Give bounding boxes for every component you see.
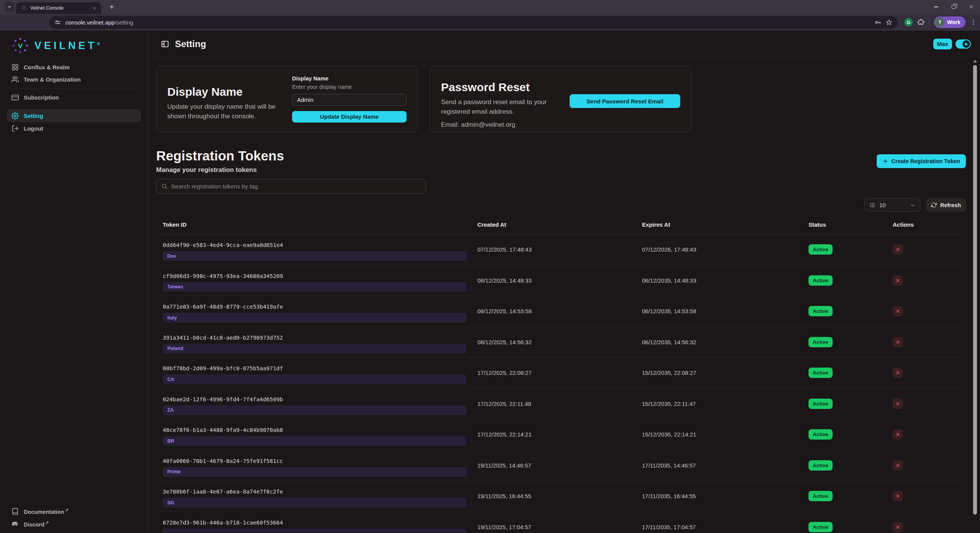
sidebar-item-subscription[interactable]: Subscription [7, 91, 141, 103]
scrollbar-thumb[interactable] [973, 65, 977, 515]
token-created-at: 17/12/2025, 22:11:48 [471, 389, 635, 419]
status-badge: Active [808, 522, 833, 532]
content-scrollbar[interactable] [973, 58, 977, 533]
registered-mark: ® [97, 41, 100, 46]
sidebar-item-label: Conflux & Realm [24, 64, 70, 70]
token-status-cell: Active [802, 419, 886, 450]
browser-profile-chip[interactable]: Y Work [934, 16, 965, 28]
delete-token-button[interactable] [893, 337, 903, 347]
app-root: VEILNET® Conflux & Realm Team & Organiza… [0, 31, 980, 533]
profile-label: Work [947, 19, 960, 25]
token-actions-cell [886, 512, 966, 533]
token-created-at: 17/12/2025, 22:14:21 [471, 419, 635, 450]
column-header-created-at: Created At [471, 221, 635, 234]
bookmark-star-icon[interactable] [886, 19, 892, 26]
plus-icon [882, 158, 889, 164]
token-id: 40fa0060-70b1-4679-8a24-75fe91f581cc [163, 458, 466, 464]
delete-token-button[interactable] [893, 460, 903, 471]
moon-icon [962, 40, 970, 48]
url-host: console.veilnet.app [65, 19, 114, 26]
book-icon [11, 508, 19, 515]
toolbar-right: G Y Work [904, 14, 977, 31]
token-search-input[interactable] [171, 183, 421, 190]
token-tag-pill: Poland [163, 344, 466, 353]
status-badge: Active [808, 337, 833, 347]
site-info-icon[interactable] [54, 19, 61, 26]
display-name-input[interactable] [292, 94, 407, 106]
browser-tab[interactable]: Veilnet Console [16, 2, 101, 14]
sidebar-link-discord[interactable]: Discord↗ [7, 518, 141, 530]
sidebar-divider [7, 88, 141, 88]
window-minimize-button[interactable] [927, 0, 945, 14]
delete-token-button[interactable] [893, 399, 903, 409]
token-id: 0a771e83-6a9f-48d9-8779-cce53b419afe [163, 303, 466, 310]
tab-search-button[interactable] [5, 2, 15, 12]
delete-token-button[interactable] [893, 429, 903, 440]
create-registration-token-label: Create Registration Token [892, 158, 960, 164]
tab-close-icon[interactable] [91, 5, 97, 11]
brand-wordmark: VEILNET® [34, 40, 100, 52]
send-password-reset-button[interactable]: Send Password Reset Email [570, 94, 680, 108]
delete-token-button[interactable] [893, 522, 903, 532]
token-tag: Italy [167, 315, 177, 320]
refresh-button[interactable]: Refresh [926, 198, 966, 212]
table-row: 8728e7d3-961b-446a-b718-1cae60f53664 19/… [156, 512, 966, 533]
sidebar-item-setting[interactable]: Setting [7, 109, 141, 122]
sidebar-divider [7, 106, 141, 106]
plan-badge[interactable]: Max [933, 39, 952, 49]
page-title: Setting [175, 39, 206, 49]
theme-toggle[interactable] [956, 39, 971, 49]
grammarly-extension-icon[interactable]: G [904, 18, 913, 26]
token-table-body: 0dd64f90-e583-4ed4-9cca-eae9a8d651e4 Dev… [156, 234, 966, 533]
display-name-card-info: Display Name Update your display name th… [167, 75, 282, 123]
create-registration-token-button[interactable]: Create Registration Token [877, 154, 966, 168]
sidebar-item-label: Subscription [24, 94, 59, 101]
sidebar-collapse-icon[interactable] [161, 40, 169, 48]
sidebar-item-team-organization[interactable]: Team & Organization [7, 73, 141, 85]
veilnet-logo-icon [11, 37, 29, 54]
token-actions-cell [886, 358, 966, 388]
sidebar-item-conflux-realm[interactable]: Conflux & Realm [7, 61, 141, 73]
password-reset-card-info: Password Reset Send a password reset ema… [441, 75, 560, 123]
avatar: Y [935, 18, 944, 27]
token-id: 48ce78f6-b1a3-4488-9fa9-4c84b9070ab8 [163, 427, 466, 433]
sidebar-item-logout[interactable]: Logout [7, 122, 141, 134]
close-icon [895, 401, 900, 406]
close-icon [895, 525, 900, 530]
password-key-icon[interactable] [875, 19, 881, 26]
delete-token-button[interactable] [893, 275, 903, 286]
token-created-at: 07/12/2025, 17:48:43 [471, 234, 635, 265]
extensions-puzzle-icon[interactable] [917, 19, 924, 26]
column-header-expires-at: Expires At [635, 221, 802, 234]
new-tab-button[interactable] [109, 4, 115, 10]
token-created-at: 19/11/2025, 14:46:57 [471, 450, 635, 481]
delete-token-button[interactable] [893, 306, 903, 316]
token-id: 0dd64f90-e583-4ed4-9cca-eae9a8d651e4 [163, 242, 466, 249]
window-maximize-button[interactable] [945, 0, 962, 14]
sidebar-link-documentation[interactable]: Documentation↗ [7, 505, 141, 518]
token-cell: 40fa0060-70b1-4679-8a24-75fe91f581cc Pri… [156, 450, 471, 481]
token-id: 3e780b6f-1aa8-4e67-a6ea-8a74e7f8c2fe [163, 488, 466, 495]
password-reset-card-title: Password Reset [441, 81, 560, 94]
token-cell: 0a771e83-6a9f-48d9-8779-cce53b419afe Ita… [156, 296, 471, 327]
password-reset-action: Send Password Reset Email [570, 75, 680, 123]
token-tag-pill [163, 529, 466, 533]
update-display-name-button[interactable]: Update Display Name [292, 111, 407, 123]
page-size-value: 10 [879, 202, 886, 208]
token-tag: Prime [167, 469, 181, 474]
delete-token-button[interactable] [893, 491, 903, 501]
window-close-button[interactable] [962, 0, 980, 14]
tokens-section-title: Registration Tokens [156, 148, 284, 164]
token-id: 8728e7d3-961b-446a-b718-1cae60f53664 [163, 519, 466, 526]
page-size-select[interactable]: 10 [864, 198, 921, 212]
close-icon [895, 370, 900, 375]
delete-token-button[interactable] [893, 244, 903, 255]
table-row: 40fa0060-70b1-4679-8a24-75fe91f581cc Pri… [156, 450, 966, 481]
delete-token-button[interactable] [893, 368, 903, 378]
scrollbar-up-arrow[interactable] [973, 60, 977, 62]
url-bar[interactable]: console.veilnet.app/setting [49, 16, 898, 29]
token-id: 00bf78bd-2d09-499a-bfc0-075b5aa971df [163, 365, 466, 372]
token-status-cell: Active [802, 450, 886, 481]
browser-menu-icon[interactable] [970, 19, 977, 26]
token-actions-cell [886, 419, 966, 450]
